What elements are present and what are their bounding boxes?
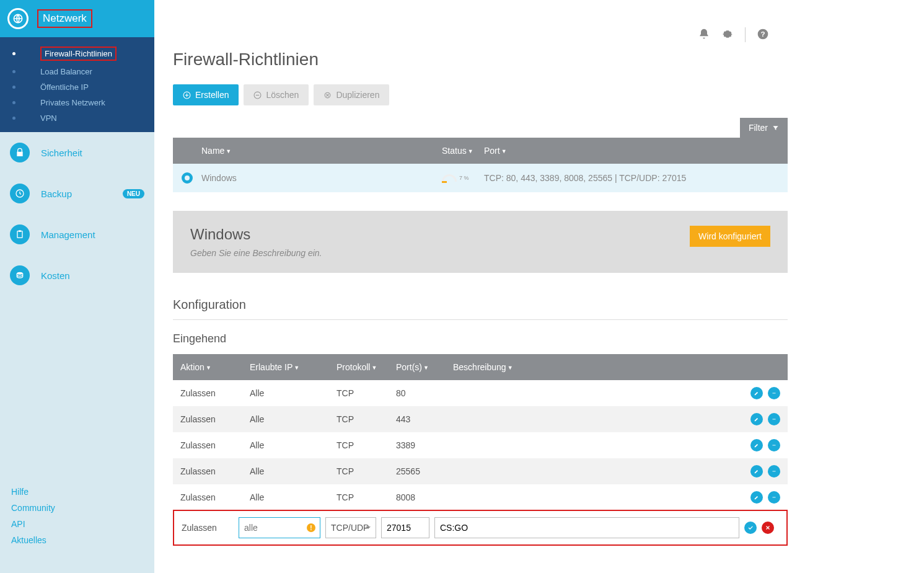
help-icon[interactable]: ? <box>757 28 769 42</box>
svg-point-4 <box>17 272 22 275</box>
warning-icon: ! <box>307 523 315 532</box>
policy-row[interactable]: Windows 7 % TCP: 80, 443, 3389, 8008, 25… <box>173 164 788 192</box>
lock-icon <box>10 143 30 162</box>
new-rule-row: Zulassen ! TCP/UDP <box>173 510 788 546</box>
description-input[interactable] <box>434 517 739 538</box>
action-row: Erstellen Löschen Duplizieren <box>173 84 788 105</box>
clock-icon <box>10 184 30 203</box>
remove-icon[interactable] <box>768 491 780 504</box>
remove-icon[interactable] <box>768 465 780 477</box>
edit-icon[interactable] <box>750 413 763 425</box>
filter-icon <box>772 125 779 131</box>
cancel-icon[interactable] <box>762 522 774 534</box>
page-title: Firewall-Richtlinien <box>173 50 788 69</box>
section-title: Netzwerk <box>37 9 92 28</box>
create-button[interactable]: Erstellen <box>173 84 239 105</box>
status-button[interactable]: Wird konfiguriert <box>690 226 770 247</box>
svg-rect-3 <box>19 230 21 232</box>
detail-title: Windows <box>190 226 322 243</box>
table-row: ZulassenAlleTCP8008 <box>173 484 788 510</box>
description-placeholder[interactable]: Geben Sie eine Beschreibung ein. <box>190 248 322 258</box>
confirm-icon[interactable] <box>744 522 757 534</box>
delete-button: Löschen <box>244 84 309 105</box>
subnav-item-privatenetwork[interactable]: Privates Netzwerk <box>0 95 154 110</box>
radio-selected[interactable] <box>182 172 193 184</box>
svg-text:?: ? <box>760 30 765 38</box>
clipboard-icon <box>10 224 30 244</box>
table-row: ZulassenAlleTCP443 <box>173 406 788 432</box>
remove-icon[interactable] <box>768 413 780 425</box>
remove-icon[interactable] <box>768 387 780 399</box>
table-row: ZulassenAlleTCP25565 <box>173 458 788 484</box>
badge-neu: NEU <box>123 189 144 198</box>
main: ? Firewall-Richtlinien Erstellen Löschen… <box>154 0 924 573</box>
nav-backup[interactable]: Backup NEU <box>0 173 154 214</box>
top-icons: ? <box>698 27 769 42</box>
bell-icon[interactable] <box>698 28 710 42</box>
edit-icon[interactable] <box>750 439 763 451</box>
remove-icon[interactable] <box>768 439 780 451</box>
link-community[interactable]: Community <box>11 500 143 516</box>
sidebar-top[interactable]: Netzwerk <box>0 0 154 37</box>
link-hilfe[interactable]: Hilfe <box>11 484 143 500</box>
rules-table: Aktion▼ Erlaubte IP▼ Protokoll▼ Port(s)▼… <box>173 354 788 546</box>
subnav: Firewall-Richtlinien Load Balancer Öffen… <box>0 37 154 132</box>
link-api[interactable]: API <box>11 516 143 532</box>
gear-icon[interactable] <box>721 28 734 42</box>
subnav-item-firewall[interactable]: Firewall-Richtlinien <box>0 43 154 64</box>
list-header: Name▼ Status▼ Port▼ <box>173 138 788 164</box>
detail-panel: Windows Geben Sie eine Beschreibung ein.… <box>173 211 788 273</box>
nav-management[interactable]: Management <box>0 214 154 255</box>
sidebar: Netzwerk Firewall-Richtlinien Load Balan… <box>0 0 154 573</box>
table-row: ZulassenAlleTCP80 <box>173 380 788 406</box>
footer-links: Hilfe Community API Aktuelles <box>0 474 154 573</box>
ingoing-heading: Eingehend <box>173 332 788 345</box>
config-heading: Konfiguration <box>173 298 788 312</box>
edit-icon[interactable] <box>750 465 763 477</box>
protocol-select[interactable]: TCP/UDP <box>325 517 376 538</box>
edit-icon[interactable] <box>750 387 763 399</box>
subnav-item-publicip[interactable]: Öffentliche IP <box>0 79 154 95</box>
subnav-item-loadbalancer[interactable]: Load Balancer <box>0 64 154 79</box>
edit-icon[interactable] <box>750 491 763 504</box>
svg-rect-2 <box>17 231 22 238</box>
coins-icon <box>10 265 30 285</box>
filter-button[interactable]: Filter <box>740 118 788 138</box>
network-icon <box>7 8 29 29</box>
nav-sicherheit[interactable]: Sicherheit <box>0 132 154 173</box>
link-aktuelles[interactable]: Aktuelles <box>11 532 143 548</box>
rules-header: Aktion▼ Erlaubte IP▼ Protokoll▼ Port(s)▼… <box>173 354 788 380</box>
table-row: ZulassenAlleTCP3389 <box>173 432 788 458</box>
nav-kosten[interactable]: Kosten <box>0 255 154 296</box>
gauge-icon <box>442 174 457 182</box>
subnav-item-vpn[interactable]: VPN <box>0 110 154 126</box>
divider <box>745 27 746 42</box>
port-input[interactable] <box>381 517 429 538</box>
duplicate-button: Duplizieren <box>314 84 389 105</box>
